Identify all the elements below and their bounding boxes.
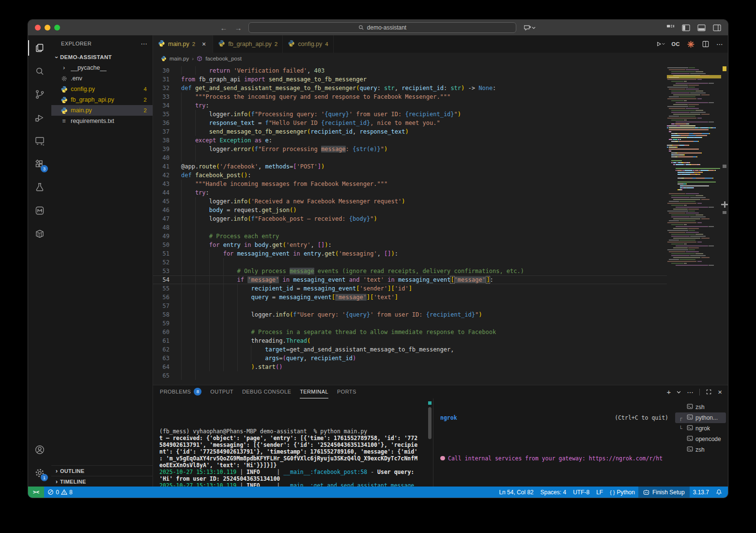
terminal-python[interactable]: (fb_mess) vyhaophan@Phans-MBP demo-assis… bbox=[153, 398, 433, 487]
activity-item-explorer[interactable] bbox=[28, 36, 51, 60]
code-line[interactable]: 59 bbox=[153, 319, 667, 328]
code-line[interactable]: 54if 'message' in messaging_event and 't… bbox=[153, 275, 667, 284]
zoom-window-button[interactable] bbox=[54, 25, 60, 30]
terminal-list-item-python[interactable]: ┌python... bbox=[675, 412, 726, 423]
explorer-item-config.py[interactable]: config.py4 bbox=[51, 84, 153, 94]
code-editor[interactable]: 30return 'Verification failed', 40331fro… bbox=[153, 64, 667, 385]
code-line[interactable]: 51for messaging_event in entry.get('mess… bbox=[153, 249, 667, 258]
activity-item-search[interactable] bbox=[28, 60, 51, 83]
activity-item-testing[interactable] bbox=[28, 176, 51, 199]
code-line[interactable]: 40 bbox=[153, 153, 667, 162]
panel-tab-debug-console[interactable]: DEBUG CONSOLE bbox=[242, 385, 291, 398]
encoding[interactable]: UTF-8 bbox=[570, 487, 593, 498]
terminal-list-item-zsh[interactable]: zsh bbox=[675, 444, 726, 455]
terminal-ngrok[interactable]: ngrok (Ctrl+C to quit) Call internal ser… bbox=[433, 398, 675, 487]
close-panel-icon[interactable]: × bbox=[718, 388, 722, 396]
panel-tab-problems[interactable]: PROBLEMS8 bbox=[160, 385, 201, 398]
code-line[interactable]: 48 bbox=[153, 223, 667, 232]
editor-tab-fb_graph_api.py[interactable]: fb_graph_api.py2 bbox=[213, 35, 283, 53]
sidebar-section-outline[interactable]: ›OUTLINE bbox=[51, 465, 153, 476]
code-line[interactable]: 52 bbox=[153, 258, 667, 267]
finish-setup-button[interactable]: Finish Setup bbox=[638, 487, 690, 498]
code-line[interactable]: 35logger.info(f"Processing query: '{quer… bbox=[153, 110, 667, 119]
eol-sequence[interactable]: LF bbox=[593, 487, 606, 498]
code-line[interactable]: 45logger.info('Received a new Facebook M… bbox=[153, 197, 667, 206]
activity-item-remote-explorer[interactable] bbox=[28, 129, 51, 152]
panel-tab-output[interactable]: OUTPUT bbox=[210, 385, 233, 398]
activity-item-run-debug[interactable] bbox=[28, 106, 51, 129]
opencode-icon[interactable]: OC bbox=[672, 41, 680, 47]
problems-status[interactable]: 0 8 bbox=[44, 487, 76, 498]
command-center-search[interactable]: demo-assistant bbox=[248, 22, 516, 33]
forward-icon[interactable]: → bbox=[234, 24, 243, 32]
close-icon[interactable]: × bbox=[200, 40, 208, 48]
copilot-icon[interactable] bbox=[522, 23, 537, 32]
terminal-scrollbar[interactable] bbox=[428, 407, 432, 439]
code-line[interactable]: 39logger.error(f"Error processing messag… bbox=[153, 145, 667, 153]
code-line[interactable]: 36response_text = f"Hello User ID {recip… bbox=[153, 119, 667, 127]
code-line[interactable]: 64).start() bbox=[153, 363, 667, 371]
panel-more-icon[interactable]: ⋯ bbox=[687, 388, 694, 396]
panel-tab-ports[interactable]: PORTS bbox=[337, 385, 356, 398]
code-line[interactable]: 56query = messaging_event['message']['te… bbox=[153, 293, 667, 302]
editor-tab-config.py[interactable]: config.py4 bbox=[283, 35, 333, 53]
code-line[interactable]: 41@app.route('/facebook', methods=['POST… bbox=[153, 162, 667, 171]
activity-item-containers[interactable] bbox=[28, 222, 51, 245]
code-line[interactable]: 53# Only process message events (ignore … bbox=[153, 267, 667, 275]
explorer-item-requirements.txt[interactable]: ≡requirements.txt bbox=[51, 116, 153, 126]
run-python-icon[interactable] bbox=[657, 40, 665, 48]
code-line[interactable]: 49# Process each entry bbox=[153, 232, 667, 241]
editor-tab-main.py[interactable]: main.py2× bbox=[153, 35, 213, 53]
toggle-panel-icon[interactable] bbox=[697, 23, 706, 32]
code-line[interactable]: 44try: bbox=[153, 188, 667, 197]
notifications-bell[interactable] bbox=[712, 487, 728, 498]
indentation[interactable]: Spaces: 4 bbox=[537, 487, 570, 498]
code-line[interactable]: 62target=get_and_send_assistant_message_… bbox=[153, 345, 667, 354]
code-line[interactable]: 65 bbox=[153, 371, 667, 380]
code-line[interactable]: 50for entry in body.get('entry', []): bbox=[153, 241, 667, 249]
terminal-dropdown-icon[interactable] bbox=[677, 390, 681, 394]
code-line[interactable]: 57 bbox=[153, 302, 667, 310]
explorer-root-folder[interactable]: › DEMO-ASSISTANT bbox=[51, 52, 153, 62]
explorer-item-fb_graph_api.py[interactable]: fb_graph_api.py2 bbox=[51, 94, 153, 105]
close-window-button[interactable] bbox=[35, 25, 41, 30]
new-terminal-icon[interactable]: + bbox=[666, 388, 671, 396]
code-line[interactable]: 58logger.info(f"User query: '{query}' fr… bbox=[153, 310, 667, 319]
toggle-secondary-sidebar-icon[interactable] bbox=[712, 23, 721, 32]
cursor-position[interactable]: Ln 54, Col 82 bbox=[495, 487, 537, 498]
language-mode[interactable]: { } Python bbox=[606, 487, 638, 498]
activity-item-source-control[interactable] bbox=[28, 83, 51, 106]
more-actions-icon[interactable]: ⋯ bbox=[716, 40, 723, 48]
settings-gear-icon[interactable]: 1 bbox=[28, 461, 51, 485]
explorer-item-.env[interactable]: .env bbox=[51, 73, 153, 84]
code-line[interactable]: 32def get_and_send_assistant_message_to_… bbox=[153, 84, 667, 92]
breadcrumb-symbol[interactable]: facebook_post bbox=[205, 56, 242, 61]
code-line[interactable]: 33"""Process the incoming query and send… bbox=[153, 92, 667, 101]
code-line[interactable]: 30return 'Verification failed', 403 bbox=[153, 66, 667, 75]
python-interpreter-version[interactable]: 3.13.7 bbox=[690, 487, 712, 498]
maximize-panel-icon[interactable] bbox=[706, 389, 712, 395]
code-line[interactable]: 37send_message_to_fb_messenger(recipient… bbox=[153, 127, 667, 136]
code-line[interactable]: 46body = request.get_json() bbox=[153, 206, 667, 214]
toggle-primary-sidebar-icon[interactable] bbox=[681, 23, 690, 32]
activity-item-extensions[interactable]: 3 bbox=[28, 152, 51, 176]
code-line[interactable]: 61threading.Thread( bbox=[153, 336, 667, 345]
explorer-more-actions-icon[interactable]: ⋯ bbox=[141, 40, 148, 47]
split-editor-icon[interactable] bbox=[701, 40, 710, 48]
terminal-list-item-opencode[interactable]: opencode bbox=[675, 434, 726, 444]
panel-tab-terminal[interactable]: TERMINAL bbox=[300, 385, 328, 398]
remote-indicator[interactable]: >< bbox=[28, 487, 44, 498]
code-line[interactable]: 31from fb_graph_api import send_message_… bbox=[153, 75, 667, 84]
accounts-icon[interactable] bbox=[28, 438, 51, 461]
claude-starburst-icon[interactable] bbox=[686, 40, 695, 48]
code-line[interactable]: 43"""Handle incoming messages from Faceb… bbox=[153, 180, 667, 188]
terminal-list-item-zsh[interactable]: zsh bbox=[675, 402, 726, 412]
code-line[interactable]: 63args=(query, recipient_id) bbox=[153, 354, 667, 363]
activity-item-m-extension[interactable] bbox=[28, 199, 51, 222]
minimize-window-button[interactable] bbox=[45, 25, 50, 30]
code-line[interactable]: 55recipient_id = messaging_event['sender… bbox=[153, 284, 667, 293]
code-line[interactable]: 38except Exception as e: bbox=[153, 136, 667, 145]
code-line[interactable]: 60# Process in a separate thread to allo… bbox=[153, 328, 667, 336]
explorer-item-main.py[interactable]: main.py2 bbox=[51, 105, 153, 116]
code-line[interactable]: 47logger.info(f"Facebook_post — received… bbox=[153, 214, 667, 223]
